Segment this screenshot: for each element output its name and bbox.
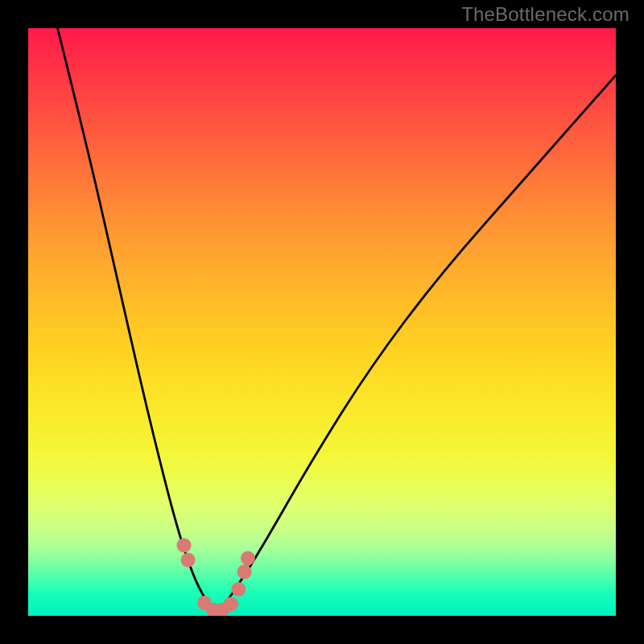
curve-right-branch [217, 75, 616, 616]
watermark-text: TheBottleneck.com [461, 3, 630, 26]
marker-group [177, 538, 256, 616]
chart-frame: TheBottleneck.com [0, 0, 644, 644]
data-marker [181, 553, 196, 568]
data-marker [231, 582, 246, 597]
data-marker [224, 597, 238, 611]
data-marker [237, 564, 252, 579]
curve-layer [28, 28, 616, 616]
data-marker [241, 551, 255, 566]
data-marker [177, 538, 192, 552]
plot-area [28, 28, 616, 616]
curve-left-branch [58, 28, 217, 616]
